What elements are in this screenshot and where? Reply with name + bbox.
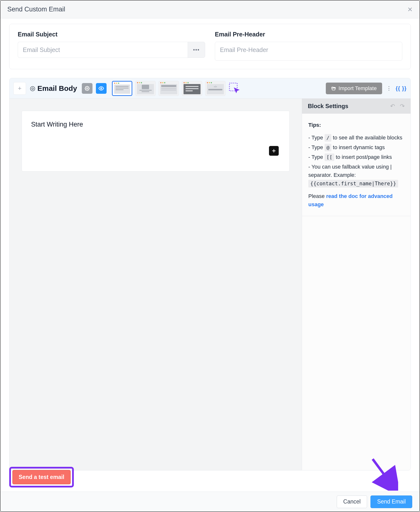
input-email-preheader[interactable]	[215, 42, 402, 61]
import-template-button[interactable]: Import Template	[326, 83, 382, 94]
layout-image-text[interactable]	[135, 81, 156, 96]
content-block[interactable]: Start Writing Here	[22, 111, 290, 171]
layout-html[interactable]: </>	[205, 81, 226, 96]
layout-simple[interactable]	[112, 81, 132, 96]
gear-icon[interactable]	[82, 83, 92, 94]
sidebar-header: Block Settings ↶ ↷	[302, 99, 411, 114]
bottom-area: Send a test email	[9, 465, 411, 492]
svg-point-0	[87, 88, 88, 89]
merge-tags-button[interactable]: {{ }}	[396, 85, 407, 92]
add-block-button[interactable]: +	[13, 82, 26, 95]
tips-heading: Tips:	[308, 121, 404, 129]
email-body-label: Email Body	[37, 84, 77, 93]
start-writing-placeholder: Start Writing Here	[31, 121, 280, 128]
input-email-subject[interactable]	[18, 42, 188, 58]
send-test-email-button[interactable]: Send a test email	[12, 470, 71, 484]
dialog-header: Send Custom Email ✕	[0, 0, 420, 18]
tip-fallback: - You can use fallback value using | sep…	[308, 163, 404, 188]
layout-plain-text[interactable]	[182, 81, 202, 96]
folder-open-icon	[331, 86, 336, 91]
tip-slash: - Type / to see all the available blocks	[308, 134, 404, 142]
add-content-button[interactable]	[269, 146, 279, 156]
field-email-preheader: Email Pre-Header	[215, 31, 402, 61]
redo-icon[interactable]: ↷	[400, 103, 405, 110]
editor-toolbar: + ◎ Email Body	[9, 78, 411, 99]
dialog-footer: Cancel Send Email	[0, 492, 420, 512]
svg-point-1	[101, 88, 102, 89]
editor-card: + ◎ Email Body	[9, 78, 411, 470]
subject-more-button[interactable]: •••	[188, 42, 205, 58]
dialog-window: Send Custom Email ✕ Email Subject ••• Em…	[0, 0, 420, 512]
label-email-subject: Email Subject	[18, 31, 205, 38]
import-template-label: Import Template	[338, 85, 377, 92]
close-icon[interactable]: ✕	[407, 6, 413, 13]
field-email-subject: Email Subject •••	[18, 31, 205, 61]
cancel-button[interactable]: Cancel	[337, 495, 367, 508]
undo-icon[interactable]: ↶	[390, 103, 395, 110]
layout-swatches: </>	[112, 81, 226, 96]
label-email-preheader: Email Pre-Header	[215, 31, 402, 38]
kebab-menu-icon[interactable]: ⋮	[386, 83, 392, 94]
tip-bracket: - Type [[ to insert post/page links	[308, 153, 404, 161]
builder-cursor-icon[interactable]	[228, 82, 242, 95]
eye-icon[interactable]	[96, 83, 107, 94]
target-icon: ◎	[30, 85, 35, 92]
layout-header-text[interactable]	[159, 81, 179, 96]
editor-main: Start Writing Here Block Settings ↶ ↷	[9, 99, 411, 470]
inputs-card: Email Subject ••• Email Pre-Header	[9, 24, 411, 69]
test-email-highlight: Send a test email	[9, 467, 74, 487]
dialog-title: Send Custom Email	[7, 6, 65, 13]
sidebar-title: Block Settings	[308, 103, 348, 110]
tips-doc-line: Please read the doc for advanced usage	[308, 192, 404, 209]
dialog-body: Email Subject ••• Email Pre-Header + ◎ E…	[0, 18, 420, 492]
block-settings-sidebar: Block Settings ↶ ↷ Tips: - Type / to see…	[302, 99, 411, 470]
tip-at: - Type @ to insert dynamic tags	[308, 143, 404, 152]
tips-panel: Tips: - Type / to see all the available …	[302, 114, 411, 216]
send-email-button[interactable]: Send Email	[370, 495, 412, 508]
editor-canvas[interactable]: Start Writing Here	[9, 99, 302, 470]
